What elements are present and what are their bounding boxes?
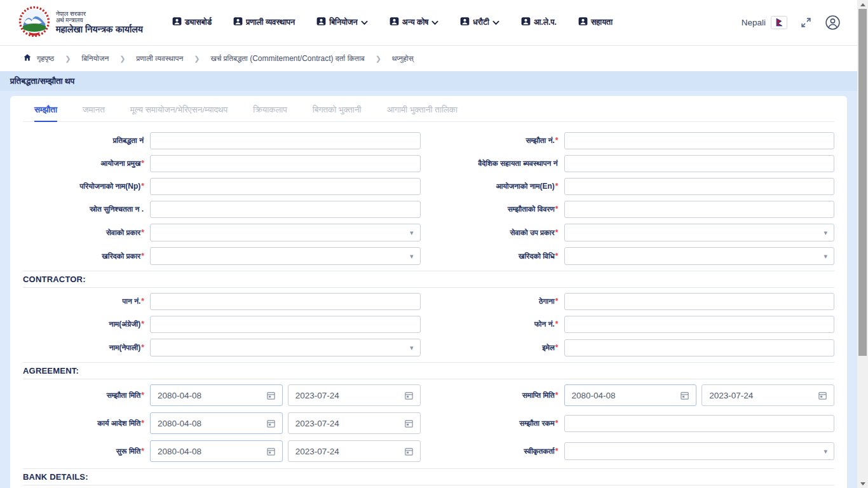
form-field: इमेल* xyxy=(437,339,835,356)
chevron-right-icon: ❯ xyxy=(376,55,381,63)
end-date-ad-input[interactable]: 2023-07-24 xyxy=(702,384,834,406)
pan-no-input[interactable] xyxy=(150,293,421,310)
calendar-icon[interactable] xyxy=(404,419,414,428)
label-text: वैदेशिक सहायता ब्यवस्थापन नं xyxy=(478,159,557,168)
required-asterisk: * xyxy=(555,419,559,428)
tab-samjhauta[interactable]: सम्झौता xyxy=(34,105,57,122)
source-assurance-no-input[interactable] xyxy=(150,201,421,218)
project-name-en-input[interactable] xyxy=(564,178,835,195)
calendar-icon[interactable] xyxy=(266,419,276,428)
user-account-icon[interactable] xyxy=(825,15,841,30)
project-name-np-input[interactable] xyxy=(150,178,421,195)
language-switcher[interactable]: Nepali xyxy=(742,16,787,29)
scroll-down-arrow[interactable] xyxy=(857,479,868,488)
phone-no-input[interactable] xyxy=(564,316,835,333)
field-label: कार्य आदेश मिति* xyxy=(23,419,150,428)
label-text: सेवाको प्रकार xyxy=(106,228,140,237)
address-input[interactable] xyxy=(564,293,835,310)
calendar-icon[interactable] xyxy=(266,447,276,456)
calendar-icon[interactable] xyxy=(266,391,276,400)
name-english-input[interactable] xyxy=(150,316,421,333)
service-type-select[interactable]: ▾ xyxy=(150,224,421,241)
page-title: प्रतिबद्धता/सम्झौता थप xyxy=(10,76,74,86)
label-text: फोन नं. xyxy=(534,320,555,329)
breadcrumb: गृहपृष्ठ ❯ बिनियोजन ❯ प्रणाली व्यवस्थापन… xyxy=(0,46,857,71)
nav-item-help[interactable]: सहायता xyxy=(578,17,613,29)
field-label: प्रतिबद्धता नं xyxy=(23,136,150,146)
procurement-type-select[interactable]: ▾ xyxy=(150,247,421,265)
approver-select[interactable]: ▾ xyxy=(564,442,835,460)
calendar-icon[interactable] xyxy=(404,447,414,456)
tab-aagami-bhuktani-talika[interactable]: आगामी भुक्तानी तालिका xyxy=(387,105,458,121)
breadcrumb-item[interactable]: बिनियोजन xyxy=(81,54,109,63)
form-field: सम्झौता नं.* xyxy=(437,132,835,149)
form-field: आयोजना प्रमुख* xyxy=(23,155,421,172)
nav-item-label: सहायता xyxy=(591,18,613,27)
field-label: सेवाको उप प्रकार* xyxy=(437,228,564,238)
field-label: नाम(नेपाली)* xyxy=(23,343,150,353)
tab-bigatko-bhuktani[interactable]: बिगतको भुक्तानी xyxy=(313,105,362,121)
label-text: सम्झौताको विवरण xyxy=(508,205,555,214)
calendar-icon[interactable] xyxy=(680,391,689,400)
form-field: पान नं.* xyxy=(23,293,421,310)
breadcrumb-item[interactable]: प्रणाली व्यवस्थापन xyxy=(136,54,183,63)
agreement-date-bs-input[interactable]: 2080-04-08 xyxy=(150,384,283,406)
name-nepali-select[interactable]: ▾ xyxy=(150,339,421,356)
agreement-no-input[interactable] xyxy=(564,132,835,149)
nav-item-dashboard[interactable]: ड्यासबोर्ड xyxy=(172,17,212,29)
required-asterisk: * xyxy=(555,297,559,306)
agreement-detail-input[interactable] xyxy=(564,201,835,218)
date-value: 2080-04-08 xyxy=(572,391,616,400)
header-right-group: Nepali xyxy=(742,15,841,30)
label-text: स्रोत सुनिश्चतता न . xyxy=(90,205,144,214)
label-text: सम्झौता रकम xyxy=(519,419,555,428)
breadcrumb-item-current[interactable]: थप्नुहोस् xyxy=(392,54,414,63)
logo-block[interactable]: नेपाल सरकार अर्थ मन्त्रालय महालेखा नियन्… xyxy=(18,6,143,40)
label-text: परियोजनाको नाम(Np) xyxy=(80,182,141,191)
section-header-bank-details: BANK DETAILS: xyxy=(23,468,834,485)
work-order-date-ad-input[interactable]: 2023-07-24 xyxy=(288,412,421,434)
label-text: इमेल xyxy=(542,343,555,352)
calendar-icon[interactable] xyxy=(818,391,827,400)
breadcrumb-home[interactable]: गृहपृष्ठ xyxy=(23,53,54,64)
required-asterisk: * xyxy=(555,252,559,261)
required-asterisk: * xyxy=(141,228,144,237)
agreement-amount-input[interactable] xyxy=(564,415,835,432)
email-input[interactable] xyxy=(564,339,835,356)
commitment-no-input[interactable] xyxy=(150,132,421,149)
nav-item-dharauti[interactable]: धरौटी xyxy=(460,17,499,29)
breadcrumb-item[interactable]: खर्च प्रतिबद्धता (Commitement/Contract) … xyxy=(211,54,365,63)
form-field: नाम(नेपाली)* ▾ xyxy=(23,339,421,356)
field-label: स्वीकृतकर्ता* xyxy=(437,447,564,456)
start-date-bs-input[interactable]: 2080-04-08 xyxy=(150,440,283,462)
nav-item-system-management[interactable]: प्रणाली व्यवस्थापन xyxy=(233,17,295,29)
service-sub-type-select[interactable]: ▾ xyxy=(564,224,835,241)
vertical-scrollbar[interactable] xyxy=(857,0,868,488)
nav-item-anya-kosh[interactable]: अन्य कोष xyxy=(390,17,439,29)
form-card: सम्झौता जमानत मूल्य समायोजन/भेरिएसन/म्या… xyxy=(10,96,847,488)
nav-item-alep[interactable]: आ.ले.प. xyxy=(521,17,557,29)
scrollbar-thumb[interactable] xyxy=(858,9,867,356)
nav-item-label: बिनियोजन xyxy=(329,18,358,27)
nav-item-label: प्रणाली व्यवस्थापन xyxy=(246,18,295,27)
agreement-date-ad-input[interactable]: 2023-07-24 xyxy=(288,384,421,406)
tab-kriyakalap[interactable]: क्रियाकलाप xyxy=(253,105,287,121)
form-field: स्रोत सुनिश्चतता न . xyxy=(23,201,421,218)
tab-jamanat[interactable]: जमानत xyxy=(83,105,105,121)
required-asterisk: * xyxy=(555,136,559,145)
end-date-bs-input[interactable]: 2080-04-08 xyxy=(564,384,697,406)
start-date-ad-input[interactable]: 2023-07-24 xyxy=(288,440,421,462)
org-line2: अर्थ मन्त्रालय xyxy=(56,17,143,24)
calendar-icon[interactable] xyxy=(404,391,414,400)
procurement-method-select[interactable]: ▾ xyxy=(564,247,835,265)
fullscreen-icon[interactable] xyxy=(800,17,812,29)
nav-item-biniyojan[interactable]: बिनियोजन xyxy=(316,17,368,29)
foreign-aid-mgmt-no-input[interactable] xyxy=(564,155,835,172)
form-field: खरिदको विधि* ▾ xyxy=(437,247,835,265)
project-chief-input[interactable] xyxy=(150,155,421,172)
scroll-up-arrow[interactable] xyxy=(857,0,868,9)
nav-item-label: धरौटी xyxy=(473,18,489,27)
work-order-date-bs-input[interactable]: 2080-04-08 xyxy=(150,412,283,434)
tab-mulya-samayojan[interactable]: मूल्य समायोजन/भेरिएसन/म्यादथप xyxy=(130,105,227,121)
label-text: स्वीकृतकर्ता xyxy=(524,447,555,456)
